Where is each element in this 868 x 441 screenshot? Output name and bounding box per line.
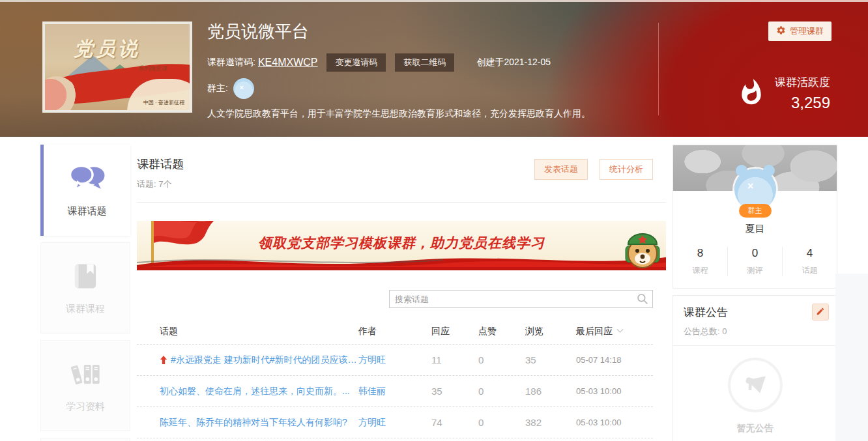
cover-subtitle: 系列微党课 <box>138 64 167 73</box>
invite-code-label: 课群邀请码: <box>207 57 255 68</box>
invite-code-value[interactable]: KE4MXWCP <box>258 57 318 68</box>
replies-count: 11 <box>431 354 478 365</box>
cover-title: 党员说 <box>74 36 140 63</box>
last-reply-time: 05-07 14:18 <box>576 355 653 365</box>
activity-value: 3,259 <box>775 94 830 112</box>
topic-link[interactable]: #永远跟党走 建功新时代#新时代的团员应该有... <box>171 354 358 366</box>
topic-search-box <box>389 290 653 308</box>
manage-button-label: 管理课群 <box>790 25 824 37</box>
header-likes: 点赞 <box>478 326 525 337</box>
activity-widget: 课群活跃度 3,259 <box>737 75 830 112</box>
section-divider <box>137 202 666 203</box>
change-invite-code-button[interactable]: 变更邀请码 <box>326 53 386 72</box>
course-header: 党员说 系列微党课 中国 · 奋进新征程 党员说微平台 课群邀请码: KE4MX… <box>0 0 868 137</box>
empty-state-circle <box>728 358 783 412</box>
gear-icon <box>776 25 786 37</box>
replies-count: 35 <box>431 386 478 397</box>
promo-banner[interactable]: 领取党支部学习模板课群，助力党员在线学习 <box>137 221 666 270</box>
course-description: 人文学院思政教育平台，用于丰富学院学生思想政治教育形式和途径，充分发挥思政育人作… <box>207 108 657 120</box>
left-sidebar: 课群话题 课群课程 学习资料 <box>40 145 130 441</box>
header-vertical-divider <box>658 23 659 115</box>
likes-count: 0 <box>478 354 525 365</box>
stat-courses[interactable]: 8 课程 <box>673 247 727 276</box>
stat-assessments[interactable]: 0 测评 <box>727 247 782 276</box>
sidebar-item-label: 学习资料 <box>66 401 105 413</box>
last-reply-time: 05-03 10:00 <box>576 418 653 427</box>
search-icon[interactable] <box>637 293 648 307</box>
megaphone-icon <box>742 370 769 400</box>
topic-count: 话题: 7个 <box>137 178 666 190</box>
publish-topic-button[interactable]: 发表话题 <box>534 159 588 180</box>
views-count: 35 <box>525 354 576 365</box>
announcement-title: 课群公告 <box>684 305 826 320</box>
page-title: 党员说微平台 <box>207 20 657 43</box>
edit-icon <box>816 307 825 318</box>
activity-label: 课群活跃度 <box>775 75 830 90</box>
likes-count: 0 <box>478 386 525 397</box>
table-row: 陈延年、陈乔年的精神对当下年轻人有何影响? 方明旺 74 0 382 05-03… <box>137 407 653 438</box>
replies-count: 74 <box>431 417 478 428</box>
announcement-count: 公告总数: 0 <box>673 320 837 345</box>
cover-footer-text: 中国 · 奋进新征程 <box>143 99 184 106</box>
sidebar-item-topics[interactable]: 课群话题 <box>40 145 130 236</box>
search-input[interactable] <box>390 291 652 307</box>
author-link[interactable]: 方明旺 <box>358 417 386 427</box>
owner-label: 群主: <box>207 83 228 94</box>
sidebar-item-courses[interactable]: 课群课程 <box>40 242 130 334</box>
book-icon <box>70 261 100 294</box>
right-sidebar: 群主 夏目 8 课程 0 测评 4 话题 课群公告 <box>673 145 837 441</box>
owner-name[interactable]: 夏目 <box>673 223 837 235</box>
header-views: 浏览 <box>525 326 576 337</box>
topic-link[interactable]: 初心如磐、使命在肩，述往思来，向史而新。... <box>160 386 350 397</box>
owner-role-badge: 群主 <box>739 204 772 218</box>
dog-mascot-graphic <box>622 226 663 270</box>
get-qr-code-button[interactable]: 获取二维码 <box>395 53 454 72</box>
banner-bottom-bar <box>137 267 666 270</box>
sidebar-item-label: 课群课程 <box>66 303 105 315</box>
sidebar-item-cutoff[interactable] <box>40 438 130 441</box>
edit-announcement-button[interactable] <box>812 304 829 320</box>
pin-arrow-icon <box>160 355 167 365</box>
topics-table: 话题 作者 回应 点赞 浏览 最后回应 #永远跟党走 建功新时代#新时代的团员应… <box>137 319 666 438</box>
owner-avatar[interactable] <box>233 78 254 99</box>
main-panel: 课群话题 话题: 7个 发表话题 统计分析 领取党支部学习模板课群，助力党员在线… <box>137 145 666 441</box>
table-header-row: 话题 作者 回应 点赞 浏览 最后回应 <box>137 319 653 345</box>
header-replies: 回应 <box>431 326 478 337</box>
header-last-reply[interactable]: 最后回应 <box>576 326 653 337</box>
sidebar-item-label: 课群话题 <box>68 205 107 218</box>
stat-topics[interactable]: 4 话题 <box>782 247 837 276</box>
views-count: 382 <box>525 417 576 428</box>
flame-icon <box>737 78 766 109</box>
author-link[interactable]: 韩佳丽 <box>358 386 386 396</box>
sidebar-item-materials[interactable]: 学习资料 <box>40 340 130 431</box>
table-row: #永远跟党走 建功新时代#新时代的团员应该有... 方明旺 11 0 35 05… <box>137 345 653 376</box>
owner-profile-card: 群主 夏目 8 课程 0 测评 4 话题 <box>673 145 837 289</box>
course-cover-image: 党员说 系列微党课 中国 · 奋进新征程 <box>42 21 192 113</box>
statistics-button[interactable]: 统计分析 <box>600 159 653 180</box>
likes-count: 0 <box>478 417 525 428</box>
header-topic: 话题 <box>137 326 358 337</box>
author-link[interactable]: 方明旺 <box>358 354 386 365</box>
header-author: 作者 <box>358 326 431 337</box>
created-date: 创建于2021-12-05 <box>476 57 551 68</box>
chat-bubbles-icon <box>69 164 106 196</box>
page-background-strip <box>835 274 868 441</box>
manage-course-group-button[interactable]: 管理课群 <box>768 21 832 41</box>
topic-link[interactable]: 陈延年、陈乔年的精神对当下年轻人有何影响? <box>160 417 347 429</box>
no-announcement-text: 暂无公告 <box>673 423 837 434</box>
announcement-card: 课群公告 公告总数: 0 <box>673 295 837 441</box>
views-count: 186 <box>525 386 576 397</box>
binders-icon <box>68 359 102 391</box>
last-reply-time: 05-03 10:00 <box>576 386 653 396</box>
table-row: 初心如磐、使命在肩，述往思来，向史而新。... 韩佳丽 35 0 186 05-… <box>137 376 653 407</box>
chevron-down-icon <box>617 326 624 333</box>
